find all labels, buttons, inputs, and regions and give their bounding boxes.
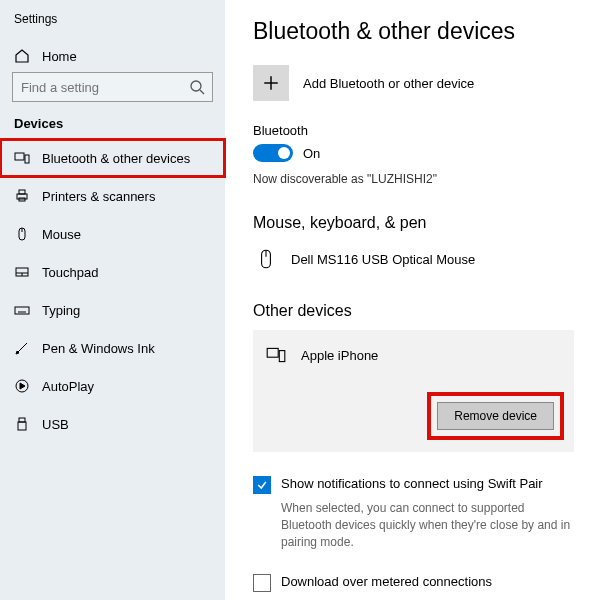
usb-icon: [14, 416, 30, 432]
svg-rect-3: [25, 155, 29, 163]
svg-rect-5: [19, 190, 25, 194]
main-content: Bluetooth & other devices Add Bluetooth …: [225, 0, 590, 600]
swift-pair-label: Show notifications to connect using Swif…: [281, 476, 543, 491]
sidebar-item-pen[interactable]: Pen & Windows Ink: [0, 329, 225, 367]
window-title: Settings: [0, 12, 225, 40]
sidebar-item-usb[interactable]: USB: [0, 405, 225, 443]
sidebar-item-bluetooth[interactable]: Bluetooth & other devices: [0, 139, 225, 177]
nav-home[interactable]: Home: [0, 40, 225, 72]
other-section-title: Other devices: [253, 302, 574, 320]
sidebar-item-label: Mouse: [42, 227, 81, 242]
keyboard-icon: [14, 302, 30, 318]
svg-rect-2: [15, 153, 24, 160]
sidebar-item-mouse[interactable]: Mouse: [0, 215, 225, 253]
sidebar-item-typing[interactable]: Typing: [0, 291, 225, 329]
autoplay-icon: [14, 378, 30, 394]
sidebar: Settings Home Devices Bluetooth & other …: [0, 0, 225, 600]
svg-rect-18: [19, 418, 25, 422]
bluetooth-toggle[interactable]: [253, 144, 293, 162]
svg-point-0: [191, 81, 201, 91]
mouse-device-row[interactable]: Dell MS116 USB Optical Mouse: [253, 242, 574, 276]
svg-rect-24: [267, 348, 278, 357]
sidebar-item-label: USB: [42, 417, 69, 432]
other-device-label: Apple iPhone: [301, 348, 378, 363]
sidebar-item-autoplay[interactable]: AutoPlay: [0, 367, 225, 405]
remove-device-button[interactable]: Remove device: [437, 402, 554, 430]
svg-rect-19: [18, 422, 26, 430]
mouse-section-title: Mouse, keyboard, & pen: [253, 214, 574, 232]
metered-label: Download over metered connections: [281, 574, 492, 589]
other-device-row[interactable]: Apple iPhone: [263, 338, 564, 372]
touchpad-icon: [14, 264, 30, 280]
phone-icon: [263, 342, 289, 368]
sidebar-item-printers[interactable]: Printers & scanners: [0, 177, 225, 215]
printer-icon: [14, 188, 30, 204]
remove-highlight: Remove device: [427, 392, 564, 440]
other-device-block: Apple iPhone Remove device: [253, 330, 574, 452]
nav-home-label: Home: [42, 49, 77, 64]
home-icon: [14, 48, 30, 64]
svg-line-1: [200, 90, 204, 94]
mouse-icon: [14, 226, 30, 242]
mouse-device-icon: [253, 246, 279, 272]
pen-icon: [14, 340, 30, 356]
metered-checkbox[interactable]: [253, 574, 271, 592]
swift-pair-checkbox[interactable]: [253, 476, 271, 494]
search-icon: [189, 79, 205, 95]
add-device-row[interactable]: Add Bluetooth or other device: [253, 65, 574, 101]
add-device-label: Add Bluetooth or other device: [303, 76, 474, 91]
devices-icon: [14, 150, 30, 166]
swift-pair-desc: When selected, you can connect to suppor…: [281, 500, 574, 550]
sidebar-item-label: Bluetooth & other devices: [42, 151, 190, 166]
sidebar-item-label: AutoPlay: [42, 379, 94, 394]
sidebar-item-label: Pen & Windows Ink: [42, 341, 155, 356]
svg-rect-25: [279, 351, 285, 362]
mouse-device-label: Dell MS116 USB Optical Mouse: [291, 252, 475, 267]
sidebar-item-touchpad[interactable]: Touchpad: [0, 253, 225, 291]
toggle-state: On: [303, 146, 320, 161]
add-button[interactable]: [253, 65, 289, 101]
discoverable-text: Now discoverable as "LUZHISHI2": [253, 172, 574, 186]
sidebar-section-title: Devices: [0, 116, 225, 139]
sidebar-item-label: Touchpad: [42, 265, 98, 280]
search-input[interactable]: [12, 72, 213, 102]
page-title: Bluetooth & other devices: [253, 18, 574, 45]
sidebar-item-label: Typing: [42, 303, 80, 318]
sidebar-item-label: Printers & scanners: [42, 189, 155, 204]
bluetooth-label: Bluetooth: [253, 123, 574, 138]
svg-rect-12: [15, 307, 29, 314]
